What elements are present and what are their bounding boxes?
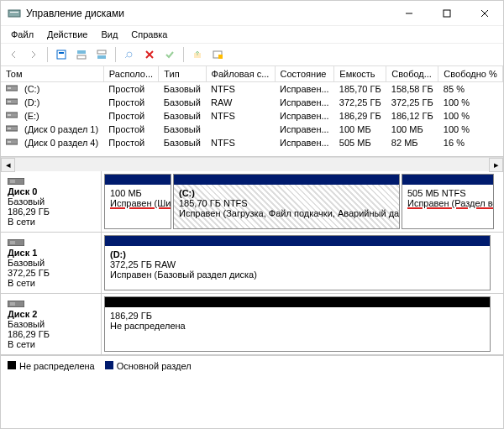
vol-name: (D:) — [19, 96, 103, 109]
vol-layout: Простой — [103, 136, 158, 149]
vol-capacity: 185,70 ГБ — [334, 82, 386, 97]
svg-rect-18 — [218, 55, 223, 59]
partition-status: Исправен (Раздел восстан — [407, 198, 493, 208]
volume-row[interactable]: (Диск 0 раздел 4) Простой Базовый NTFS И… — [1, 136, 503, 149]
vol-pct: 100 % — [438, 109, 503, 123]
svg-rect-22 — [8, 101, 11, 102]
svg-rect-3 — [444, 10, 450, 17]
back-button[interactable] — [4, 45, 23, 64]
partition[interactable]: (C:) 185,70 ГБ NTFS Исправен (Загрузка, … — [173, 174, 400, 229]
col-capacity[interactable]: Емкость — [334, 66, 386, 82]
partition-size: 185,70 ГБ NTFS — [179, 198, 248, 208]
col-type[interactable]: Тип — [159, 66, 206, 82]
vol-status: Исправен... — [275, 136, 334, 149]
svg-rect-24 — [8, 114, 11, 116]
svg-rect-0 — [8, 10, 20, 17]
col-fs[interactable]: Файловая с... — [206, 66, 275, 82]
view-bottom-button[interactable] — [92, 45, 111, 64]
menu-help[interactable]: Справка — [126, 28, 172, 41]
vol-name: (C:) — [19, 82, 103, 97]
vol-fs: RAW — [206, 96, 275, 109]
partition-status: Исправен (Загрузка, Файл подкачки, Авари… — [179, 208, 399, 218]
scroll-left-icon[interactable]: ◂ — [1, 158, 15, 172]
partition-size: 100 МБ — [110, 188, 142, 198]
vol-layout: Простой — [103, 109, 158, 123]
minimize-button[interactable] — [390, 1, 428, 26]
volume-icon — [6, 138, 18, 146]
view-top-button[interactable] — [72, 45, 91, 64]
vol-type: Базовый — [159, 109, 206, 123]
vol-name: (Диск 0 раздел 4) — [19, 136, 103, 149]
partition[interactable]: 505 МБ NTFS Исправен (Раздел восстан — [402, 174, 494, 229]
svg-rect-32 — [10, 241, 15, 244]
vol-status: Исправен... — [275, 123, 334, 136]
partition[interactable]: (D:) 372,25 ГБ RAW Исправен (Базовый раз… — [104, 235, 491, 290]
vol-fs: NTFS — [206, 136, 275, 149]
vol-capacity: 505 МБ — [334, 136, 386, 149]
legend: Не распределена Основной раздел — [1, 355, 503, 375]
svg-rect-9 — [77, 55, 86, 59]
disk-row: Диск 2 Базовый 186,29 ГБ В сети 186,29 Г… — [1, 294, 503, 355]
disk-label[interactable]: Диск 2 Базовый 186,29 ГБ В сети — [1, 294, 102, 354]
maximize-button[interactable] — [428, 1, 465, 26]
menubar: Файл Действие Вид Справка — [1, 26, 503, 43]
disk-name: Диск 0 — [8, 186, 37, 196]
col-layout[interactable]: Располо... — [103, 66, 158, 82]
col-free[interactable]: Свобод... — [386, 66, 438, 82]
partition-status: Исправен (Базовый раздел диска) — [110, 269, 257, 280]
refresh-button[interactable] — [208, 45, 227, 64]
menu-action[interactable]: Действие — [42, 28, 92, 41]
legend-unallocated: Не распределена — [8, 361, 95, 371]
app-icon — [8, 7, 21, 20]
disk-label[interactable]: Диск 1 Базовый 372,25 ГБ В сети — [1, 233, 102, 293]
volume-row[interactable]: (Диск 0 раздел 1) Простой Базовый Исправ… — [1, 123, 503, 136]
volume-list: Том Располо... Тип Файловая с... Состоян… — [1, 66, 503, 157]
properties-button[interactable] — [52, 45, 71, 64]
scroll-right-icon[interactable]: ▸ — [489, 158, 503, 172]
forward-button[interactable] — [24, 45, 43, 64]
svg-rect-26 — [8, 128, 11, 129]
partition[interactable]: 100 МБ Исправен (Шифр — [104, 174, 171, 229]
toolbar — [1, 43, 503, 66]
svg-rect-10 — [97, 50, 106, 54]
vol-type: Базовый — [159, 123, 206, 136]
partition-size: 372,25 ГБ RAW — [110, 259, 176, 269]
col-pct[interactable]: Свободно % — [438, 66, 503, 82]
disk-status: В сети — [8, 217, 35, 227]
vol-pct: 85 % — [438, 82, 503, 97]
check-button[interactable] — [160, 45, 179, 64]
partition[interactable]: 186,29 ГБ Не распределена — [104, 296, 491, 352]
volume-row[interactable]: (D:) Простой Базовый RAW Исправен... 372… — [1, 96, 503, 109]
legend-primary: Основной раздел — [105, 361, 192, 371]
svg-rect-1 — [10, 12, 18, 13]
svg-point-12 — [127, 52, 132, 57]
disk-label[interactable]: Диск 0 Базовый 186,29 ГБ В сети — [1, 171, 102, 232]
close-button[interactable] — [465, 1, 503, 26]
disk-row: Диск 0 Базовый 186,29 ГБ В сети 100 МБ И… — [1, 171, 503, 233]
column-header-row[interactable]: Том Располо... Тип Файловая с... Состоян… — [1, 66, 503, 82]
partition-bar — [105, 175, 171, 185]
vol-free: 100 МБ — [386, 123, 438, 136]
volume-row[interactable]: (C:) Простой Базовый NTFS Исправен... 18… — [1, 82, 503, 97]
action1-button[interactable] — [188, 45, 207, 64]
svg-rect-30 — [10, 180, 15, 183]
delete-button[interactable] — [140, 45, 159, 64]
vol-pct: 100 % — [438, 123, 503, 136]
menu-file[interactable]: Файл — [6, 28, 39, 41]
partition-bar — [105, 297, 490, 307]
disk-name: Диск 1 — [8, 248, 37, 258]
settings-button[interactable] — [120, 45, 139, 64]
disk-icon — [8, 176, 24, 183]
disk-icon — [8, 238, 24, 244]
volume-row[interactable]: (E:) Простой Базовый NTFS Исправен... 18… — [1, 109, 503, 123]
vol-status: Исправен... — [275, 82, 334, 97]
vol-status: Исправен... — [275, 109, 334, 123]
disk-map: Диск 0 Базовый 186,29 ГБ В сети 100 МБ И… — [1, 171, 503, 355]
col-tom[interactable]: Том — [1, 66, 103, 82]
menu-view[interactable]: Вид — [96, 28, 123, 41]
vol-name: (E:) — [19, 109, 103, 123]
partition-status: Исправен (Шифр — [110, 198, 171, 208]
col-status[interactable]: Состояние — [275, 66, 334, 82]
vol-fs: NTFS — [206, 82, 275, 97]
horizontal-scrollbar[interactable]: ◂ ▸ — [1, 157, 503, 171]
